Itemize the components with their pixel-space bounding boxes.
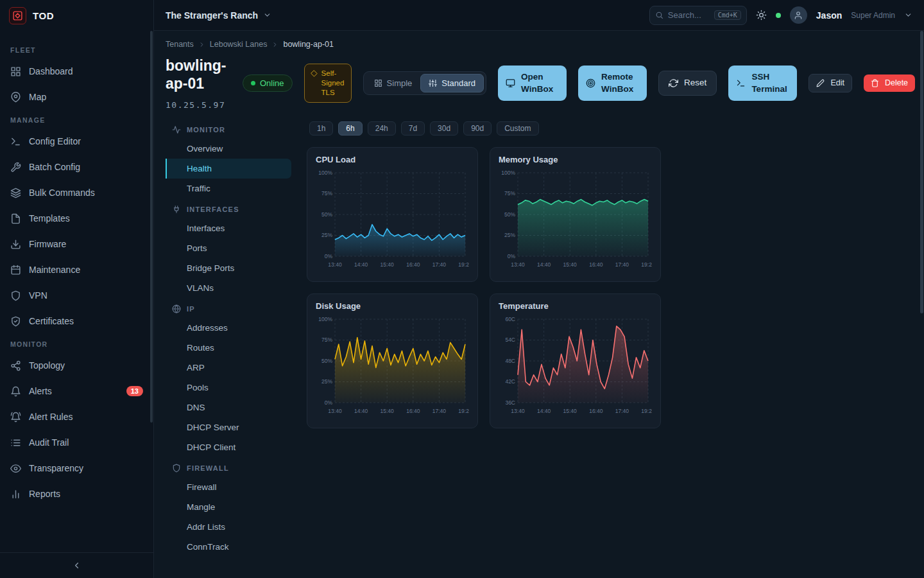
reset-button[interactable]: Reset xyxy=(658,71,717,95)
subnav-section-ip: IP xyxy=(166,298,291,318)
sidebar-item-config-editor[interactable]: Config Editor xyxy=(0,128,153,154)
sidebar-item-templates[interactable]: Templates xyxy=(0,206,153,231)
time-range-90d[interactable]: 90d xyxy=(463,121,492,136)
svg-text:17:40: 17:40 xyxy=(615,408,629,414)
svg-text:50%: 50% xyxy=(321,211,332,218)
bell-icon xyxy=(10,386,21,397)
subnav-item-firewall[interactable]: Firewall xyxy=(166,477,291,497)
page-scrollbar[interactable] xyxy=(920,31,923,313)
terminal-icon xyxy=(10,136,21,147)
svg-text:42C: 42C xyxy=(505,378,515,385)
sidebar-item-label: Templates xyxy=(29,213,70,223)
subnav-item-addresses[interactable]: Addresses xyxy=(166,318,291,338)
sidebar-item-alert-rules[interactable]: Alert Rules xyxy=(0,404,153,430)
sidebar-item-bulk-commands[interactable]: Bulk Commands xyxy=(0,180,153,206)
device-title-block: bowling-ap-01 10.25.5.97 xyxy=(166,57,231,110)
alerts-count-badge: 13 xyxy=(126,386,143,396)
eye-icon xyxy=(10,463,21,474)
bar-chart-icon xyxy=(10,489,21,500)
chevron-down-icon[interactable] xyxy=(904,11,912,19)
subnav-item-conntrack[interactable]: ConnTrack xyxy=(166,537,291,557)
search-icon xyxy=(655,11,663,19)
breadcrumb-tenant-name[interactable]: Lebowski Lanes xyxy=(210,40,268,49)
activity-icon xyxy=(172,125,181,134)
tenant-selector[interactable]: The Stranger's Ranch xyxy=(166,10,271,21)
sidebar-item-reports[interactable]: Reports xyxy=(0,481,153,507)
chart-title: Disk Usage xyxy=(316,301,469,311)
subnav-item-bridge-ports[interactable]: Bridge Ports xyxy=(166,258,291,278)
chevron-right-icon xyxy=(271,41,278,48)
pencil-icon xyxy=(816,79,825,87)
subnav-item-interfaces[interactable]: Interfaces xyxy=(166,218,291,238)
subnav-item-vlans[interactable]: VLANs xyxy=(166,278,291,298)
sidebar-item-dashboard[interactable]: Dashboard xyxy=(0,58,153,84)
refresh-icon xyxy=(669,78,678,88)
ssh-terminal-button[interactable]: SSH Terminal xyxy=(728,66,797,100)
svg-text:19:25: 19:25 xyxy=(458,408,469,414)
avatar[interactable] xyxy=(790,6,807,24)
view-mode-standard[interactable]: Standard xyxy=(420,74,484,92)
time-range-custom[interactable]: Custom xyxy=(497,121,538,136)
time-range-24h[interactable]: 24h xyxy=(368,121,396,136)
svg-text:25%: 25% xyxy=(321,378,332,385)
chevron-right-icon xyxy=(198,41,205,48)
svg-text:14:40: 14:40 xyxy=(537,261,551,268)
subnav-item-dhcp-server[interactable]: DHCP Server xyxy=(166,417,291,437)
subnav-item-dhcp-client[interactable]: DHCP Client xyxy=(166,437,291,457)
grid-icon xyxy=(374,79,382,87)
sidebar-item-topology[interactable]: Topology xyxy=(0,353,153,378)
sidebar-item-batch-config[interactable]: Batch Config xyxy=(0,154,153,180)
time-range-7d[interactable]: 7d xyxy=(401,121,425,136)
sidebar-scrollbar[interactable] xyxy=(150,31,153,423)
search-input[interactable]: Search... Cmd+K xyxy=(649,6,747,25)
tls-warning-label: Self-Signed TLS xyxy=(321,69,345,98)
subnav-item-addr-lists[interactable]: Addr Lists xyxy=(166,517,291,537)
svg-text:17:40: 17:40 xyxy=(615,261,629,268)
chevron-down-icon xyxy=(263,11,271,19)
sidebar-item-label: Map xyxy=(29,92,46,102)
sidebar-item-maintenance[interactable]: Maintenance xyxy=(0,257,153,283)
sidebar-item-transparency[interactable]: Transparency xyxy=(0,455,153,481)
subnav-item-health[interactable]: Health xyxy=(166,159,291,179)
subnav-item-routes[interactable]: Routes xyxy=(166,338,291,358)
shield-icon xyxy=(172,464,181,473)
trash-icon xyxy=(871,79,879,87)
sidebar-item-audit-trail[interactable]: Audit Trail xyxy=(0,430,153,455)
view-mode-simple[interactable]: Simple xyxy=(366,74,421,92)
svg-text:0%: 0% xyxy=(325,399,333,406)
svg-text:16:40: 16:40 xyxy=(589,261,603,268)
subnav-item-overview[interactable]: Overview xyxy=(166,139,291,159)
time-range-6h[interactable]: 6h xyxy=(338,121,362,136)
user-name: Jason xyxy=(816,10,842,21)
time-range-30d[interactable]: 30d xyxy=(430,121,458,136)
breadcrumb-device: bowling-ap-01 xyxy=(283,40,334,49)
subnav-item-traffic[interactable]: Traffic xyxy=(166,179,291,198)
sidebar-item-map[interactable]: Map xyxy=(0,84,153,110)
sidebar-item-alerts[interactable]: Alerts 13 xyxy=(0,378,153,404)
subnav-item-mangle[interactable]: Mangle xyxy=(166,497,291,517)
subnav-item-dns[interactable]: DNS xyxy=(166,398,291,417)
subnav-item-pools[interactable]: Pools xyxy=(166,378,291,398)
breadcrumb-tenants[interactable]: Tenants xyxy=(166,40,194,49)
status-badge: Online xyxy=(243,74,293,92)
main-column: The Stranger's Ranch Search... Cmd+K Jas… xyxy=(154,0,924,578)
theme-toggle-sun-icon[interactable] xyxy=(756,10,767,21)
time-range-1h[interactable]: 1h xyxy=(309,121,333,136)
sidebar-item-certificates[interactable]: Certificates xyxy=(0,308,153,334)
subnav-item-ports[interactable]: Ports xyxy=(166,238,291,258)
remote-winbox-button[interactable]: Remote WinBox xyxy=(578,66,647,100)
svg-text:15:40: 15:40 xyxy=(563,261,578,268)
svg-text:25%: 25% xyxy=(321,232,332,238)
sidebar-item-vpn[interactable]: VPN xyxy=(0,283,153,308)
search-placeholder: Search... xyxy=(668,10,701,20)
open-winbox-button[interactable]: Open WinBox xyxy=(498,66,567,100)
chart-title: Temperature xyxy=(499,301,652,311)
delete-button[interactable]: Delete xyxy=(864,74,915,92)
svg-text:25%: 25% xyxy=(504,232,515,238)
sidebar-collapse-button[interactable] xyxy=(0,552,153,578)
subnav-item-arp[interactable]: ARP xyxy=(166,358,291,378)
svg-text:14:40: 14:40 xyxy=(537,408,551,414)
sidebar-item-firmware[interactable]: Firmware xyxy=(0,231,153,257)
topology-icon xyxy=(10,360,21,371)
edit-button[interactable]: Edit xyxy=(809,74,852,92)
